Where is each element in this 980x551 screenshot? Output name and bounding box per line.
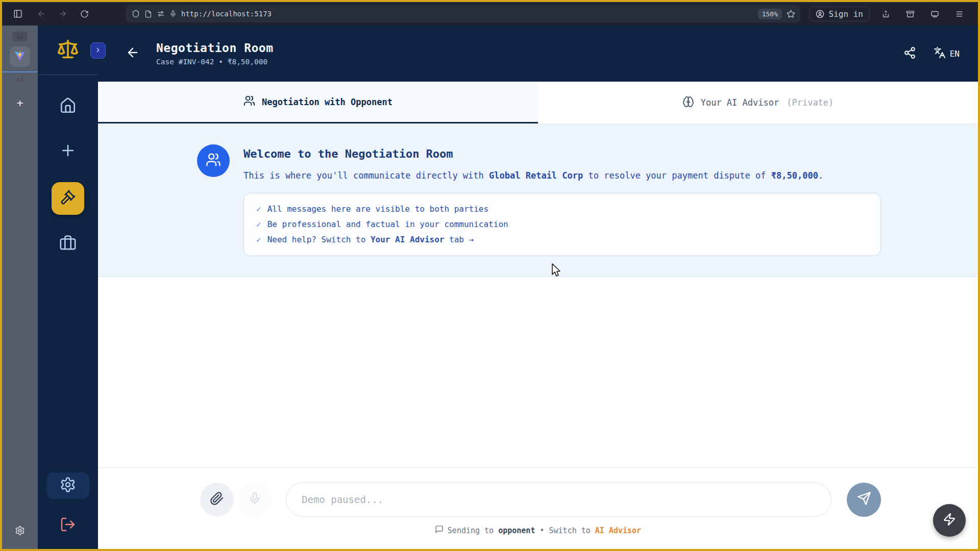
shield-icon[interactable] — [132, 10, 140, 18]
reload-button[interactable] — [76, 6, 93, 22]
page-title: Negotiation Room — [156, 41, 274, 55]
tab-negotiation-with-opponent[interactable]: Negotiation with Opponent — [98, 82, 538, 123]
tab-advisor-private-label: (Private) — [787, 97, 834, 108]
case-subtitle: Case #INV-042 • ₹8,50,000 — [156, 58, 274, 66]
sign-in-button[interactable]: Sign in — [809, 7, 870, 21]
welcome-body-suffix: . — [818, 170, 823, 181]
translate-icon — [934, 46, 946, 61]
users-icon — [243, 95, 255, 109]
tab-group-separator — [2, 71, 38, 72]
sidebar-item-negotiation-active[interactable] — [52, 182, 84, 215]
sidebar-item-settings[interactable] — [46, 472, 89, 499]
welcome-body-prefix: This is where you'll communicate directl… — [243, 170, 489, 181]
home-icon — [59, 97, 77, 116]
sidebar-divider — [38, 74, 98, 75]
status-audience: opponent — [498, 526, 535, 535]
address-bar[interactable]: http://localhost:5173 150% — [126, 5, 800, 22]
browser-toolbar: http://localhost:5173 150% Sign in — [2, 2, 978, 26]
check-icon: ✓ — [256, 202, 261, 217]
attach-file-button[interactable] — [200, 483, 234, 516]
guideline-text: All messages here are visible to both pa… — [267, 202, 488, 217]
sidebar-expand-button[interactable] — [90, 42, 106, 59]
scales-of-justice-logo-icon — [57, 38, 79, 62]
opponent-name: Global Retail Corp — [489, 170, 583, 181]
permissions-icon[interactable] — [157, 10, 165, 18]
sidebar-toggle-icon[interactable] — [9, 6, 27, 22]
back-button[interactable] — [33, 6, 50, 22]
dispute-amount: ₹8,50,000 — [771, 170, 818, 181]
guideline-item: ✓ Be professional and factual in your co… — [256, 217, 868, 232]
plus-icon — [59, 142, 77, 161]
microphone-permission-icon[interactable] — [169, 10, 177, 17]
status-advisor-link[interactable]: AI Advisor — [595, 526, 641, 535]
help-suffix: tab → — [444, 235, 474, 244]
forward-button[interactable] — [54, 6, 71, 22]
message-input[interactable] — [286, 482, 831, 517]
bookmark-star-icon[interactable] — [787, 10, 795, 18]
status-prefix: Sending to — [448, 526, 498, 535]
voice-input-button[interactable] — [238, 483, 272, 516]
settings-gear-icon — [60, 477, 76, 495]
language-selector[interactable]: EN — [934, 46, 960, 61]
back-arrow-icon[interactable] — [126, 45, 140, 62]
sidebar-item-logout[interactable] — [56, 513, 80, 538]
guideline-item: ✓ All messages here are visible to both … — [256, 202, 868, 217]
app-sidebar — [38, 26, 98, 549]
workspace-label-top[interactable]: ic — [12, 32, 28, 41]
gavel-icon — [60, 189, 76, 208]
paperclip-icon — [210, 491, 224, 508]
tabs-overview-icon[interactable] — [926, 6, 943, 22]
guideline-text: Be professional and factual in your comm… — [267, 217, 508, 232]
brain-icon — [682, 96, 694, 110]
users-avatar-icon — [206, 152, 221, 169]
workspace-label-bottom[interactable]: ai — [12, 74, 28, 84]
message-bubble-icon — [435, 525, 444, 536]
chevron-right-icon — [94, 46, 102, 56]
vite-logo-icon — [14, 49, 26, 64]
logout-icon — [60, 516, 76, 535]
share-icon[interactable] — [903, 46, 916, 61]
sign-in-label: Sign in — [829, 9, 863, 19]
send-button[interactable] — [847, 483, 881, 517]
tab-opponent-label: Negotiation with Opponent — [262, 97, 393, 107]
message-composer: Sending to opponent • Switch to AI Advis… — [98, 467, 978, 549]
zoom-level-badge[interactable]: 150% — [758, 9, 782, 19]
account-icon — [816, 10, 824, 18]
language-code: EN — [950, 49, 960, 59]
page-header: Negotiation Room Case #INV-042 • ₹8,50,0… — [98, 26, 978, 82]
browser-tab-strip: ic — [2, 26, 38, 549]
welcome-title: Welcome to the Negotiation Room — [243, 147, 881, 160]
chat-message-area — [98, 277, 978, 467]
sidebar-item-home[interactable] — [56, 94, 80, 119]
briefcase-icon — [59, 235, 77, 254]
guideline-help-text: Need help? Switch to Your AI Advisor tab… — [267, 232, 474, 247]
sidebar-item-cases[interactable] — [56, 232, 80, 257]
chat-tab-bar: Negotiation with Opponent Your AI Adviso… — [98, 82, 978, 124]
quick-actions-fab[interactable] — [933, 504, 966, 537]
sending-status: Sending to opponent • Switch to AI Advis… — [98, 525, 978, 536]
browser-window: http://localhost:5173 150% Sign in — [0, 0, 980, 551]
status-middle: • Switch to — [535, 526, 595, 535]
welcome-section: Welcome to the Negotiation Room This is … — [98, 124, 978, 277]
status-text: Sending to opponent • Switch to AI Advis… — [448, 526, 641, 535]
check-icon: ✓ — [256, 232, 261, 247]
extensions-icon[interactable] — [901, 6, 919, 22]
help-prefix: Need help? Switch to — [267, 235, 371, 244]
active-tab-favicon[interactable] — [10, 46, 30, 67]
page-info-icon[interactable] — [144, 10, 152, 18]
guideline-item-help: ✓ Need help? Switch to Your AI Advisor t… — [256, 232, 868, 247]
new-tab-button[interactable]: + — [16, 96, 23, 109]
menu-icon[interactable] — [950, 6, 968, 22]
browser-settings-gear-icon[interactable] — [15, 525, 25, 538]
welcome-body: This is where you'll communicate directl… — [243, 170, 881, 181]
sidebar-item-new-case[interactable] — [56, 139, 80, 164]
welcome-avatar — [197, 144, 230, 177]
tab-your-ai-advisor[interactable]: Your AI Advisor (Private) — [538, 82, 978, 123]
microphone-icon — [248, 492, 261, 507]
send-icon — [857, 491, 871, 508]
share-page-icon[interactable] — [877, 6, 894, 22]
help-advisor-name: Your AI Advisor — [371, 235, 445, 244]
url-text[interactable]: http://localhost:5173 — [181, 10, 753, 18]
welcome-body-middle: to resolve your payment dispute of — [583, 170, 771, 181]
guidelines-box: ✓ All messages here are visible to both … — [243, 193, 881, 256]
